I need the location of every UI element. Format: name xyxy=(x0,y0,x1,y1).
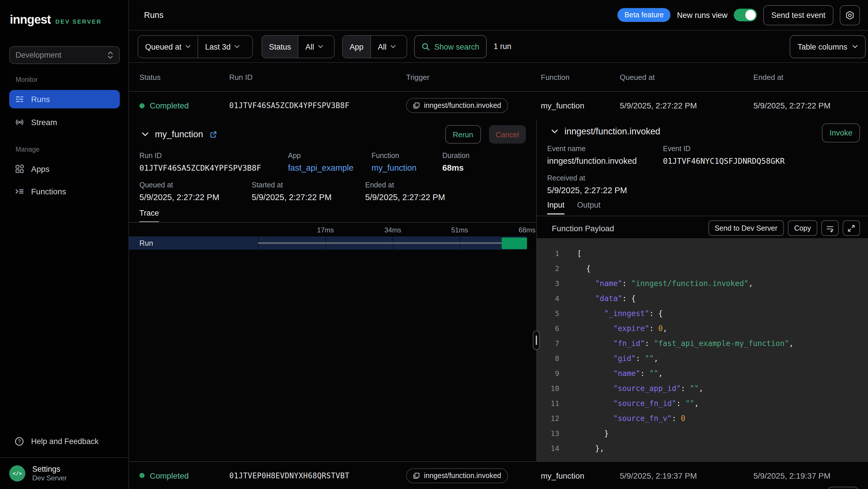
status-dot xyxy=(140,473,145,478)
trace-time-axis: 17ms 34ms 51ms 68ms xyxy=(129,226,536,235)
send-to-dev-server-button[interactable]: Send to Dev Server xyxy=(708,220,784,236)
new-runs-view-label: New runs view xyxy=(677,11,728,19)
field-received-at: Received at 5/9/2025, 2:27:22 PM xyxy=(547,173,627,196)
divider xyxy=(537,216,868,216)
rerun-button[interactable]: Rerun xyxy=(445,125,480,144)
show-search-button[interactable]: Show search xyxy=(414,35,487,58)
dev-server-badge: DEV SERVER xyxy=(55,19,102,25)
page-title: Runs xyxy=(144,10,163,20)
cancel-button[interactable]: Cancel xyxy=(489,125,526,144)
trace-waterfall: Run xyxy=(129,236,536,250)
axis-tick: 68ms xyxy=(519,226,536,234)
field-run-id: Run ID 01JTVF46SA5ZCDK4YPFSPV3B8F xyxy=(140,150,261,174)
payload-code-editor[interactable]: 1[2 {3 "name": "inngest/function.invoked… xyxy=(537,238,868,461)
settings-entry[interactable]: </> Settings Dev Server xyxy=(0,457,128,489)
copy-button[interactable]: Copy xyxy=(788,220,817,236)
status-label: Completed xyxy=(150,471,189,480)
axis-tick: 51ms xyxy=(451,226,468,234)
word-wrap-button[interactable] xyxy=(822,220,839,236)
status-dot xyxy=(140,103,145,108)
table-columns-button[interactable]: Table columns xyxy=(789,35,866,58)
expand-fullscreen-button[interactable] xyxy=(843,220,860,236)
partially-visible-button[interactable] xyxy=(828,487,858,489)
section-label-monitor: Monitor xyxy=(16,76,38,83)
field-ended-at: Ended at 5/9/2025, 2:27:22 PM xyxy=(365,180,445,203)
line-number: 6 xyxy=(537,324,559,333)
runs-icon xyxy=(15,94,24,104)
time-range-dropdown[interactable]: Last 3d xyxy=(197,36,247,58)
trace-run-line xyxy=(258,242,502,244)
gear-icon xyxy=(845,10,855,20)
chevron-updown-icon xyxy=(107,51,114,59)
status-label: Completed xyxy=(150,101,189,110)
field-started-at: Started at 5/9/2025, 2:27:22 PM xyxy=(252,180,332,203)
collapse-chevron-icon[interactable] xyxy=(551,129,558,134)
event-title: inngest/function.invoked xyxy=(564,126,660,137)
trace-step-block[interactable] xyxy=(502,237,527,249)
code-line: 8 "gid": "", xyxy=(537,351,868,366)
chevron-down-icon xyxy=(852,45,858,49)
line-number: 9 xyxy=(537,369,559,377)
code-line: 4 "data": { xyxy=(537,291,868,306)
stream-icon xyxy=(15,118,24,127)
table-row[interactable]: Completed 01JTVF46SA5ZCDK4YPFSPV3B8F inn… xyxy=(129,92,868,119)
environment-selector[interactable]: Development xyxy=(9,46,120,64)
app-link[interactable]: fast_api_example xyxy=(288,162,353,174)
settings-gear-button[interactable] xyxy=(840,5,860,25)
field-function: Function my_function xyxy=(372,150,416,174)
line-number: 5 xyxy=(537,309,559,317)
run-queued-at: 5/9/2025, 2:19:37 PM xyxy=(620,471,697,480)
code-line: 7 "fn_id": "fast_api_example-my_function… xyxy=(537,336,868,351)
sidebar-item-functions[interactable]: Functions xyxy=(9,182,120,201)
trigger-label: inngest/function.invoked xyxy=(424,471,501,480)
tab-output[interactable]: Output xyxy=(577,201,600,214)
trigger-badge[interactable]: inngest/function.invoked xyxy=(406,98,508,113)
line-number: 7 xyxy=(537,339,559,347)
external-link-icon[interactable] xyxy=(209,131,217,138)
top-bar: Runs Beta feature New runs view Send tes… xyxy=(129,0,868,31)
app-filter-label: App xyxy=(343,36,370,58)
tab-input[interactable]: Input xyxy=(547,201,564,214)
run-ended-at: 5/9/2025, 2:27:22 PM xyxy=(753,101,831,110)
app-filter-dropdown[interactable]: All xyxy=(370,36,403,58)
line-number: 8 xyxy=(537,354,559,363)
payload-title: Function Payload xyxy=(552,224,614,233)
collapse-chevron-icon[interactable] xyxy=(142,132,149,137)
main-area: Runs Beta feature New runs view Send tes… xyxy=(129,0,868,489)
table-row[interactable]: Completed 01JTVEP0H8EVDNYXH68QRSTVBT inn… xyxy=(129,461,868,489)
function-link[interactable]: my_function xyxy=(372,162,416,174)
code-line: 9 "name": "", xyxy=(537,366,868,381)
section-label-manage: Manage xyxy=(16,146,39,153)
trigger-badge[interactable]: inngest/function.invoked xyxy=(406,468,508,483)
chevron-down-icon xyxy=(318,45,323,49)
table-columns-label: Table columns xyxy=(798,42,847,51)
status-filter-value: All xyxy=(306,42,314,51)
help-and-feedback[interactable]: ? Help and Feedback xyxy=(9,432,120,450)
sidebar: inngest DEV SERVER Development Monitor R… xyxy=(0,0,129,489)
run-queued-at: 5/9/2025, 2:27:22 PM xyxy=(620,101,697,110)
sidebar-item-label: Functions xyxy=(31,187,66,196)
line-number: 1 xyxy=(537,249,559,257)
column-header-status: Status xyxy=(140,73,161,81)
sidebar-item-stream[interactable]: Stream xyxy=(9,113,120,132)
panel-resize-handle[interactable] xyxy=(533,330,540,350)
sidebar-item-apps[interactable]: Apps xyxy=(9,160,120,178)
field-app: App fast_api_example xyxy=(288,150,353,174)
send-test-event-button[interactable]: Send test event xyxy=(763,5,833,25)
divider xyxy=(129,222,536,223)
chevron-down-icon xyxy=(235,45,240,49)
run-detail-title: my_function xyxy=(155,129,203,140)
tab-trace[interactable]: Trace xyxy=(140,209,159,223)
code-line: 11 "source_fn_id": "", xyxy=(537,396,868,410)
word-wrap-icon xyxy=(826,224,834,232)
time-field-dropdown[interactable]: Queued at xyxy=(138,36,197,58)
new-runs-view-toggle[interactable] xyxy=(734,9,757,21)
sidebar-item-runs[interactable]: Runs xyxy=(9,90,120,108)
expanded-run-detail: my_function Rerun Cancel Run ID 01JTVF46… xyxy=(129,119,868,461)
apps-icon xyxy=(15,164,24,174)
status-filter-dropdown[interactable]: All xyxy=(298,36,330,58)
invoke-button[interactable]: Invoke xyxy=(822,123,860,142)
run-id: 01JTVEP0H8EVDNYXH68QRSTVBT xyxy=(229,471,349,480)
code-line: 12 "source_fn_v": 0 xyxy=(537,410,868,426)
run-count: 1 run xyxy=(494,31,512,62)
